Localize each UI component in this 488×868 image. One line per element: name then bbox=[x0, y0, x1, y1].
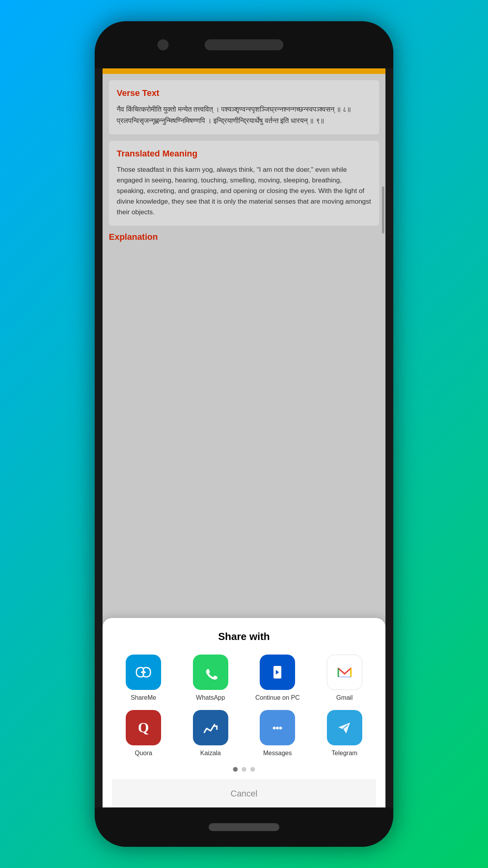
cancel-button[interactable]: Cancel bbox=[112, 780, 376, 807]
dot-1 bbox=[233, 767, 238, 772]
shareme-label: ShareMe bbox=[131, 694, 156, 702]
kaizala-icon bbox=[193, 710, 228, 745]
continue-pc-label: Continue on PC bbox=[255, 694, 300, 702]
scrollbar[interactable] bbox=[382, 186, 384, 234]
share-sheet: Share with ShareMe bbox=[103, 618, 385, 807]
share-app-quora[interactable]: Q Quora bbox=[112, 710, 175, 758]
translated-title: Translated Meaning bbox=[117, 149, 371, 159]
home-button[interactable] bbox=[209, 823, 279, 831]
phone-bottom-bar bbox=[95, 807, 393, 847]
content-area: Verse Text नैव किंचित्करोमीति युक्तो मन्… bbox=[103, 74, 385, 248]
svg-point-9 bbox=[276, 727, 279, 730]
quora-label: Quora bbox=[135, 749, 152, 758]
svg-point-8 bbox=[273, 727, 276, 730]
dot-2 bbox=[242, 767, 246, 772]
whatsapp-label: WhatsApp bbox=[196, 694, 225, 702]
continue-pc-icon bbox=[260, 655, 295, 690]
share-app-kaizala[interactable]: Kaizala bbox=[179, 710, 242, 758]
messages-label: Messages bbox=[263, 749, 292, 758]
svg-point-10 bbox=[279, 727, 282, 730]
shareme-icon bbox=[126, 655, 161, 690]
dot-3 bbox=[250, 767, 255, 772]
telegram-label: Telegram bbox=[332, 749, 358, 758]
telegram-icon bbox=[327, 710, 362, 745]
svg-text:Q: Q bbox=[138, 720, 149, 736]
kaizala-label: Kaizala bbox=[200, 749, 221, 758]
explanation-title: Explanation bbox=[109, 232, 379, 242]
svg-rect-6 bbox=[200, 717, 222, 739]
share-app-whatsapp[interactable]: WhatsApp bbox=[179, 655, 242, 702]
explanation-header: Explanation bbox=[109, 232, 379, 242]
app-content: Verse Text नैव किंचित्करोमीति युक्तो मन्… bbox=[103, 68, 385, 807]
share-app-gmail[interactable]: Gmail bbox=[313, 655, 376, 702]
share-app-shareme[interactable]: ShareMe bbox=[112, 655, 175, 702]
verse-text: नैव किंचित्करोमीति युक्तो मन्येत तत्त्वव… bbox=[117, 104, 371, 127]
camera-icon bbox=[158, 39, 169, 50]
messages-icon bbox=[260, 710, 295, 745]
gmail-icon bbox=[327, 655, 362, 690]
top-orange-bar bbox=[103, 68, 385, 74]
share-app-continue-pc[interactable]: Continue on PC bbox=[246, 655, 309, 702]
translated-text: Those steadfast in this karm yog, always… bbox=[117, 164, 371, 218]
quora-icon: Q bbox=[126, 710, 161, 745]
gmail-label: Gmail bbox=[336, 694, 353, 702]
whatsapp-icon bbox=[193, 655, 228, 690]
phone-frame: Verse Text नैव किंचित्करोमीति युक्तो मन्… bbox=[95, 21, 393, 847]
share-app-messages[interactable]: Messages bbox=[246, 710, 309, 758]
verse-title: Verse Text bbox=[117, 88, 371, 98]
phone-top-bar bbox=[95, 21, 393, 68]
verse-card: Verse Text नैव किंचित्करोमीति युक्तो मन्… bbox=[109, 80, 379, 134]
share-title: Share with bbox=[112, 631, 376, 643]
pagination-dots bbox=[112, 767, 376, 772]
share-app-telegram[interactable]: Telegram bbox=[313, 710, 376, 758]
speaker bbox=[205, 39, 283, 50]
translated-card: Translated Meaning Those steadfast in th… bbox=[109, 141, 379, 226]
share-apps-grid: ShareMe WhatsApp bbox=[112, 655, 376, 758]
phone-screen: Verse Text नैव किंचित्करोमीति युक्तो मन्… bbox=[103, 68, 385, 807]
